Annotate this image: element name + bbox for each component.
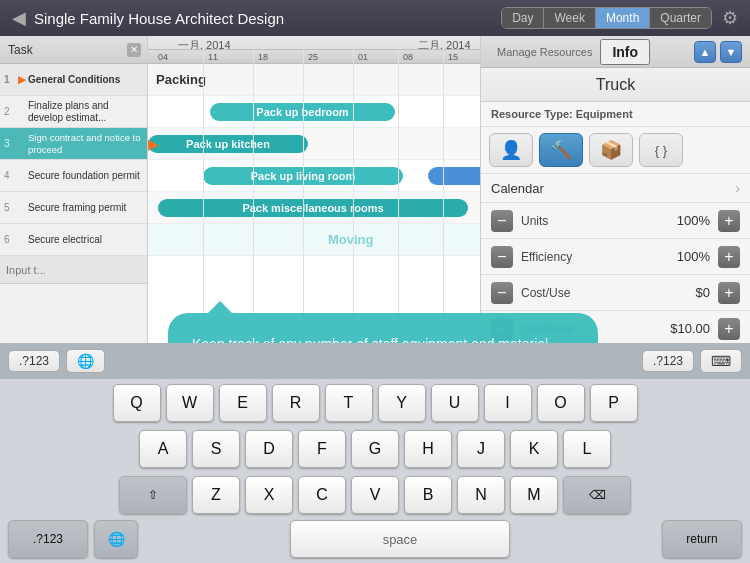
costuse-value: $0 bbox=[668, 285, 718, 300]
task-row[interactable]: 1 ▶ General Conditions bbox=[0, 64, 147, 96]
efficiency-plus-button[interactable]: + bbox=[718, 246, 740, 268]
task-num: 5 bbox=[4, 202, 18, 213]
person-icon-btn[interactable]: 👤 bbox=[489, 133, 533, 167]
units-label: Units bbox=[513, 214, 668, 228]
calendar-label: Calendar bbox=[491, 181, 735, 196]
costuse-minus-button[interactable]: − bbox=[491, 282, 513, 304]
nav-month[interactable]: Month bbox=[596, 8, 650, 28]
kb-numeric-btn[interactable]: .?123 bbox=[8, 520, 88, 558]
units-minus-button[interactable]: − bbox=[491, 210, 513, 232]
task-row[interactable]: 2 Finalize plans and develop estimat... bbox=[0, 96, 147, 128]
down-arrow-button[interactable]: ▼ bbox=[720, 41, 742, 63]
kb-key-f[interactable]: F bbox=[298, 430, 346, 468]
calendar-row[interactable]: Calendar › bbox=[481, 174, 750, 203]
kb-key-m[interactable]: M bbox=[510, 476, 558, 514]
costhour-plus-button[interactable]: + bbox=[718, 318, 740, 340]
kb-key-n[interactable]: N bbox=[457, 476, 505, 514]
kb-space-key[interactable]: space bbox=[290, 520, 510, 558]
kb-key-b[interactable]: B bbox=[404, 476, 452, 514]
input-row[interactable] bbox=[0, 256, 147, 284]
pack-kitchen-bar[interactable]: Pack up kitchen bbox=[148, 135, 308, 153]
kb-bottom-row: .?123 🌐 space return bbox=[0, 517, 750, 563]
kb-key-j[interactable]: J bbox=[457, 430, 505, 468]
nav-week[interactable]: Week bbox=[544, 8, 595, 28]
settings-icon[interactable]: ⚙ bbox=[722, 7, 738, 29]
tick-15: 15 bbox=[448, 52, 458, 62]
kb-key-g[interactable]: G bbox=[351, 430, 399, 468]
kb-key-o[interactable]: O bbox=[537, 384, 585, 422]
kb-globe-btn2[interactable]: 🌐 bbox=[94, 520, 138, 558]
task-name: Secure foundation permit bbox=[18, 170, 143, 182]
task-row[interactable]: 5 Secure framing permit bbox=[0, 192, 147, 224]
nav-quarter[interactable]: Quarter bbox=[650, 8, 711, 28]
resource-icons-row: 👤 🔨 📦 { } bbox=[481, 127, 750, 174]
efficiency-minus-button[interactable]: − bbox=[491, 246, 513, 268]
kb-numeric-left[interactable]: .?123 bbox=[8, 350, 60, 372]
kb-key-u[interactable]: U bbox=[431, 384, 479, 422]
keyboard: .?123 🌐 .?123 ⌨ Q W E R T Y U I O P A S … bbox=[0, 343, 750, 563]
resource-name: Truck bbox=[596, 76, 635, 94]
kb-delete-key[interactable]: ⌫ bbox=[563, 476, 631, 514]
back-button[interactable]: ◀ bbox=[12, 7, 26, 29]
kb-key-q[interactable]: Q bbox=[113, 384, 161, 422]
up-arrow-button[interactable]: ▲ bbox=[694, 41, 716, 63]
kb-key-d[interactable]: D bbox=[245, 430, 293, 468]
kb-key-y[interactable]: Y bbox=[378, 384, 426, 422]
kb-key-v[interactable]: V bbox=[351, 476, 399, 514]
kb-key-h[interactable]: H bbox=[404, 430, 452, 468]
task-row[interactable]: 6 Secure electrical bbox=[0, 224, 147, 256]
task-num: 3 bbox=[4, 138, 18, 149]
kb-row-a: A S D F G H J K L bbox=[0, 425, 750, 471]
moving-label: Moving bbox=[328, 232, 374, 247]
kb-key-a[interactable]: A bbox=[139, 430, 187, 468]
task-name: Secure electrical bbox=[18, 234, 143, 246]
task-row-highlight[interactable]: 3 Sign contract and notice to proceed ▶ bbox=[0, 128, 147, 160]
info-tab[interactable]: Info bbox=[600, 39, 650, 65]
kb-key-x[interactable]: X bbox=[245, 476, 293, 514]
bar-label: Pack miscellaneous rooms bbox=[242, 202, 383, 214]
kb-key-p[interactable]: P bbox=[590, 384, 638, 422]
efficiency-value: 100% bbox=[668, 249, 718, 264]
proceed-arrow-icon: ▶ bbox=[148, 136, 159, 152]
kb-key-l[interactable]: L bbox=[563, 430, 611, 468]
kb-key-e[interactable]: E bbox=[219, 384, 267, 422]
kb-key-r[interactable]: R bbox=[272, 384, 320, 422]
units-plus-button[interactable]: + bbox=[718, 210, 740, 232]
kb-key-c[interactable]: C bbox=[298, 476, 346, 514]
costuse-plus-button[interactable]: + bbox=[718, 282, 740, 304]
efficiency-field-row: − Efficiency 100% + bbox=[481, 239, 750, 275]
kb-row-q: Q W E R T Y U I O P bbox=[0, 379, 750, 425]
task-close-button[interactable]: ✕ bbox=[127, 43, 141, 57]
nav-day[interactable]: Day bbox=[502, 8, 544, 28]
kb-return-key[interactable]: return bbox=[662, 520, 742, 558]
task-row[interactable]: 4 Secure foundation permit bbox=[0, 160, 147, 192]
kb-numeric-right[interactable]: .?123 bbox=[642, 350, 694, 372]
manage-resources-tab[interactable]: Manage Resources bbox=[489, 43, 600, 61]
task-num: 4 bbox=[4, 170, 18, 181]
costuse-label: Cost/Use bbox=[513, 286, 668, 300]
resource-header: Manage Resources Info ▲ ▼ bbox=[481, 36, 750, 68]
tools-icon-btn[interactable]: 🔨 bbox=[539, 133, 583, 167]
kb-key-t[interactable]: T bbox=[325, 384, 373, 422]
tick-01a: 01 bbox=[358, 52, 368, 62]
kb-key-z[interactable]: Z bbox=[192, 476, 240, 514]
kb-key-i[interactable]: I bbox=[484, 384, 532, 422]
kb-globe-button[interactable]: 🌐 bbox=[66, 349, 105, 373]
box-icon-btn[interactable]: 📦 bbox=[589, 133, 633, 167]
pack-misc-bar[interactable]: Pack miscellaneous rooms bbox=[158, 199, 468, 217]
task-name: Sign contract and notice to proceed bbox=[18, 132, 143, 155]
app-header: ◀ Single Family House Architect Design D… bbox=[0, 0, 750, 36]
expand-icon: ▶ bbox=[18, 74, 26, 85]
kb-key-s[interactable]: S bbox=[192, 430, 240, 468]
task-panel-header: Task ✕ bbox=[0, 36, 147, 64]
kb-key-w[interactable]: W bbox=[166, 384, 214, 422]
kb-key-k[interactable]: K bbox=[510, 430, 558, 468]
calendar-chevron-icon: › bbox=[735, 180, 740, 196]
code-icon-btn[interactable]: { } bbox=[639, 133, 683, 167]
kb-shift-key[interactable]: ⇧ bbox=[119, 476, 187, 514]
task-name: Secure framing permit bbox=[18, 202, 143, 214]
task-input[interactable] bbox=[6, 264, 141, 276]
page-title: Single Family House Architect Design bbox=[34, 10, 501, 27]
kb-bottom-right: return bbox=[662, 520, 742, 558]
kb-keyboard-icon[interactable]: ⌨ bbox=[700, 349, 742, 373]
